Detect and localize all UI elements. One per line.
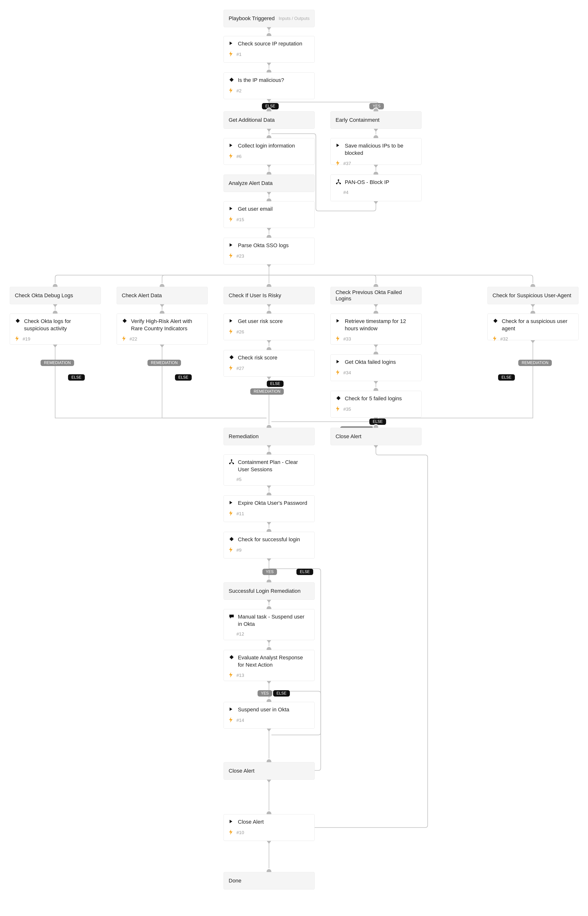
badge-else: ELSE	[262, 103, 279, 109]
section-remediation[interactable]: Remediation	[223, 428, 315, 445]
bolt-icon	[229, 329, 233, 335]
step-is-ip-malicious[interactable]: Is the IP malicious? #2	[223, 73, 315, 99]
step-title: Check Okta logs for suspicious activity	[24, 318, 96, 332]
svg-rect-4	[16, 319, 20, 323]
bolt-icon	[122, 336, 126, 342]
section-title: Analyze Alert Data	[229, 180, 273, 186]
step-title: Check risk score	[238, 354, 310, 361]
port-out	[267, 27, 271, 30]
bolt-icon	[229, 51, 233, 58]
step-title: Manual task - Suspend user in Okta	[238, 613, 310, 627]
svg-rect-7	[336, 396, 341, 400]
port-out	[531, 340, 535, 343]
diamond-icon	[122, 318, 128, 323]
port-out	[267, 304, 271, 307]
step-verify-high-risk[interactable]: Verify High-Risk Alert with Rare Country…	[116, 313, 208, 345]
svg-rect-8	[493, 319, 498, 323]
step-close-alert[interactable]: Close Alert #10	[223, 814, 315, 841]
port-out	[267, 228, 271, 231]
port-out	[53, 304, 57, 307]
port-out	[267, 129, 271, 132]
step-title: Get Okta failed logins	[345, 359, 417, 366]
section-analyze-alert[interactable]: Analyze Alert Data	[223, 174, 315, 192]
svg-rect-6	[229, 355, 234, 359]
section-early-containment[interactable]: Early Containment	[330, 111, 422, 129]
inputs-outputs-label[interactable]: Inputs / Outputs	[279, 16, 310, 21]
step-check-successful-login[interactable]: Check for successful login #9	[223, 532, 315, 559]
port-out	[267, 522, 271, 525]
chevron-icon	[336, 318, 341, 323]
step-panos-block-ip[interactable]: PAN-OS - Block IP #4	[330, 174, 422, 201]
step-id: #6	[236, 154, 242, 159]
step-title: Verify High-Risk Alert with Rare Country…	[131, 318, 203, 332]
step-id: #32	[500, 336, 508, 342]
diamond-icon	[229, 354, 234, 360]
bolt-icon	[336, 370, 340, 376]
step-save-malicious-ips[interactable]: Save malicious IPs to be blocked #37	[330, 138, 422, 165]
step-id: #22	[129, 336, 137, 342]
badge-remediation: REMEDIATION	[147, 360, 181, 366]
step-id: #27	[236, 366, 244, 371]
step-id: #5	[236, 477, 242, 482]
step-expire-password[interactable]: Expire Okta User's Password #11	[223, 495, 315, 522]
section-user-risky[interactable]: Check If User Is Risky	[223, 287, 315, 304]
step-title: Check for 5 failed logins	[345, 395, 417, 402]
section-title: Early Containment	[336, 117, 380, 123]
svg-rect-0	[229, 78, 234, 82]
step-manual-suspend[interactable]: Manual task - Suspend user in Okta #12	[223, 609, 315, 640]
bolt-icon	[229, 672, 233, 679]
bolt-icon	[336, 160, 340, 167]
port-out	[374, 129, 378, 132]
step-collect-login-info[interactable]: Collect login information #6	[223, 138, 315, 165]
step-containment-plan[interactable]: Containment Plan - Clear User Sessions #…	[223, 454, 315, 486]
badge-yes: YES	[262, 569, 277, 575]
step-evaluate-analyst[interactable]: Evaluate Analyst Response for Next Actio…	[223, 650, 315, 681]
bolt-icon	[229, 253, 233, 259]
port-out	[267, 640, 271, 643]
step-title: Close Alert	[238, 818, 310, 826]
section-get-additional-data[interactable]: Get Additional Data	[223, 111, 315, 129]
port-out	[267, 445, 271, 448]
step-title: Is the IP malicious?	[238, 77, 310, 84]
step-parse-sso-logs[interactable]: Parse Okta SSO logs #23	[223, 238, 315, 265]
step-get-risk-score[interactable]: Get user risk score #26	[223, 313, 315, 340]
step-check-5-failed[interactable]: Check for 5 failed logins #35	[330, 391, 422, 418]
svg-point-9	[231, 459, 232, 461]
badge-else: ELSE	[369, 418, 386, 425]
section-success-login[interactable]: Successful Login Remediation	[223, 582, 315, 600]
svg-rect-13	[229, 655, 234, 659]
badge-else: ELSE	[498, 374, 515, 381]
chevron-icon	[229, 40, 234, 46]
section-done[interactable]: Done	[223, 872, 315, 890]
step-get-user-email[interactable]: Get user email #15	[223, 201, 315, 228]
section-close-alert-2[interactable]: Close Alert	[223, 762, 315, 780]
step-suspicious-ua[interactable]: Check for a suspicious user agent #32	[488, 313, 578, 340]
section-title: Check If User Is Risky	[229, 292, 281, 299]
section-close-alert[interactable]: Close Alert	[330, 428, 422, 445]
section-debug-logs[interactable]: Check Okta Debug Logs	[10, 287, 101, 304]
section-playbook-triggered[interactable]: Playbook Triggered Inputs / Outputs	[223, 10, 315, 27]
section-alert-data[interactable]: Check Alert Data	[116, 287, 208, 304]
step-check-risk-score[interactable]: Check risk score #27	[223, 350, 315, 377]
badge-remediation: REMEDIATION	[518, 360, 552, 366]
bolt-icon	[493, 336, 497, 342]
step-suspend-user[interactable]: Suspend user in Okta #14	[223, 702, 315, 729]
badge-yes: YES	[258, 690, 272, 696]
section-suspicious-ua[interactable]: Check for Suspicious User-Agent	[488, 287, 578, 304]
step-id: #19	[23, 336, 31, 342]
chat-icon	[229, 613, 234, 619]
step-id: #37	[343, 161, 351, 166]
chevron-icon	[229, 818, 234, 824]
step-retrieve-timestamp[interactable]: Retrieve timestamp for 12 hours window #…	[330, 313, 422, 345]
step-check-ip-reputation[interactable]: Check source IP reputation #1	[223, 36, 315, 63]
port-out	[267, 600, 271, 603]
section-title: Remediation	[229, 433, 259, 439]
step-check-okta-logs[interactable]: Check Okta logs for suspicious activity …	[10, 313, 101, 345]
step-id: #12	[236, 632, 244, 637]
step-get-failed-logins[interactable]: Get Okta failed logins #34	[330, 354, 422, 381]
fork-icon	[229, 459, 234, 464]
port-out	[267, 63, 271, 66]
badge-else: ELSE	[273, 690, 290, 696]
step-id: #13	[236, 673, 244, 678]
section-prev-failed[interactable]: Check Previous Okta Failed Logins	[330, 287, 422, 304]
